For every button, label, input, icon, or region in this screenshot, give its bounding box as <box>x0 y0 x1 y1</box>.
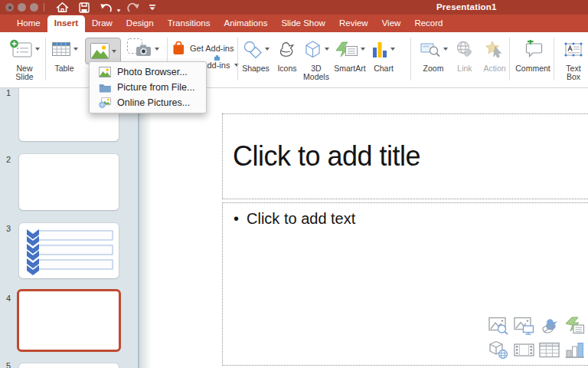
tab-slide-show[interactable]: Slide Show <box>274 15 332 32</box>
smartart-list-graphic <box>22 229 116 275</box>
table-button[interactable]: Table <box>47 35 81 73</box>
workspace: 1 2 3 4 5 <box>0 88 588 368</box>
tab-draw[interactable]: Draw <box>85 15 119 32</box>
shapes-button[interactable]: Shapes <box>239 35 273 73</box>
tab-transitions[interactable]: Transitions <box>161 15 217 32</box>
save-button[interactable] <box>79 2 90 13</box>
body-placeholder-text: Click to add text <box>247 210 355 228</box>
slide-canvas: Click to add title • Click to add text <box>139 88 588 368</box>
comment-icon <box>524 40 543 58</box>
smartart-button[interactable]: SmartArt <box>331 35 369 73</box>
pictures-dropdown-menu: Photo Browser... Picture from File... On… <box>89 61 207 113</box>
menu-item-picture-from-file[interactable]: Picture from File... <box>90 80 206 95</box>
link-button: Link <box>450 35 479 73</box>
chart-button[interactable]: Chart <box>368 35 400 73</box>
stock-image-icon[interactable] <box>488 316 509 335</box>
insert-table-icon[interactable] <box>539 340 560 360</box>
tab-review[interactable]: Review <box>332 15 375 32</box>
undo-menu-arrow[interactable] <box>116 5 121 16</box>
get-addins-button[interactable]: Get Add-ins <box>172 41 234 55</box>
pictures-button[interactable] <box>85 38 121 64</box>
insert-3d-model-icon[interactable] <box>488 340 509 360</box>
screenshot-icon <box>126 38 152 61</box>
menu-item-online-pictures[interactable]: Online Pictures... <box>90 95 206 110</box>
action-icon <box>485 41 504 58</box>
bullet-glyph: • <box>234 210 239 228</box>
chevron-down-icon <box>325 48 329 51</box>
ribbon-tab-bar: Home Insert Draw Design Transitions Anim… <box>0 15 588 32</box>
tab-record[interactable]: Record <box>407 15 449 32</box>
redo-button[interactable] <box>127 2 140 13</box>
chevron-down-icon <box>35 48 40 51</box>
slide-thumbnail-3[interactable] <box>19 223 119 278</box>
insert-video-icon[interactable] <box>514 340 534 360</box>
screenshot-button[interactable] <box>122 35 162 63</box>
text-box-icon <box>563 41 584 58</box>
slide-thumbnail-2[interactable] <box>19 154 119 210</box>
slide-number: 5 <box>6 361 11 368</box>
3d-models-button[interactable]: 3D Models <box>299 35 334 81</box>
action-button: Action <box>478 35 511 73</box>
home-quick-button[interactable] <box>56 2 69 13</box>
duck-icon <box>278 40 297 58</box>
table-icon <box>51 40 71 58</box>
group-divider <box>237 38 238 80</box>
icons-button[interactable]: Icons <box>273 35 302 73</box>
close-window-button[interactable] <box>5 3 14 12</box>
ribbon-label: Icons <box>277 64 296 73</box>
ribbon-label: New Slide <box>11 64 38 81</box>
tab-insert[interactable]: Insert <box>47 15 85 32</box>
divider <box>44 3 44 12</box>
chart-icon <box>372 41 388 58</box>
new-slide-icon <box>9 39 33 60</box>
online-pictures-icon <box>99 97 111 108</box>
photo-browser-icon <box>99 67 111 77</box>
zoom-window-button[interactable] <box>30 3 38 12</box>
save-icon <box>79 2 90 13</box>
comment-button[interactable]: Comment <box>513 35 553 73</box>
tab-design[interactable]: Design <box>119 15 161 32</box>
new-slide-button[interactable]: New Slide <box>5 35 44 81</box>
undo-button[interactable] <box>100 2 113 13</box>
menu-item-label: Photo Browser... <box>117 67 188 77</box>
tab-home[interactable]: Home <box>10 15 47 32</box>
chevron-down-icon <box>116 9 120 12</box>
ribbon-label: Chart <box>374 64 394 73</box>
chevron-down-icon <box>361 48 365 51</box>
insert-chart-icon[interactable] <box>564 340 585 360</box>
tab-animations[interactable]: Animations <box>217 15 275 32</box>
zoom-button[interactable]: Zoom <box>416 35 451 73</box>
document-title: Presentation1 <box>436 2 497 12</box>
ribbon-label: SmartArt <box>334 64 365 73</box>
insert-picture-icon[interactable] <box>514 316 534 335</box>
ribbon-label: Link <box>457 64 472 73</box>
title-placeholder[interactable]: Click to add title <box>222 113 588 199</box>
ribbon-label: Comment <box>515 64 550 73</box>
body-placeholder[interactable]: • Click to add text <box>222 202 588 366</box>
unsaved-dot <box>8 6 11 9</box>
slide-number: 1 <box>6 88 11 97</box>
menu-item-photo-browser[interactable]: Photo Browser... <box>90 64 206 80</box>
tab-view[interactable]: View <box>375 15 408 32</box>
toolbar-overflow-icon <box>149 4 156 11</box>
addins-store-icon <box>172 41 185 55</box>
ribbon-label: Zoom <box>423 64 444 73</box>
group-divider <box>554 38 554 80</box>
smartart-icon <box>335 41 358 58</box>
minimize-window-button[interactable] <box>18 3 26 12</box>
chevron-down-icon <box>443 48 448 51</box>
3d-cube-icon <box>303 40 322 59</box>
text-box-button[interactable]: Text Box <box>558 35 588 81</box>
ribbon-label: Action <box>483 64 505 73</box>
slide-thumbnail-4-selected[interactable] <box>17 289 121 352</box>
undo-icon <box>100 2 113 13</box>
window-titlebar: Presentation1 <box>0 0 588 15</box>
insert-smartart-icon[interactable] <box>564 316 585 335</box>
shapes-icon <box>243 41 263 58</box>
chevron-down-icon <box>265 48 270 51</box>
quick-access-overflow-button[interactable] <box>149 2 156 13</box>
slide-number: 3 <box>6 224 11 233</box>
slide-thumbnail-5[interactable] <box>19 363 119 368</box>
redo-icon <box>127 2 140 13</box>
insert-icons-icon[interactable] <box>539 316 560 335</box>
